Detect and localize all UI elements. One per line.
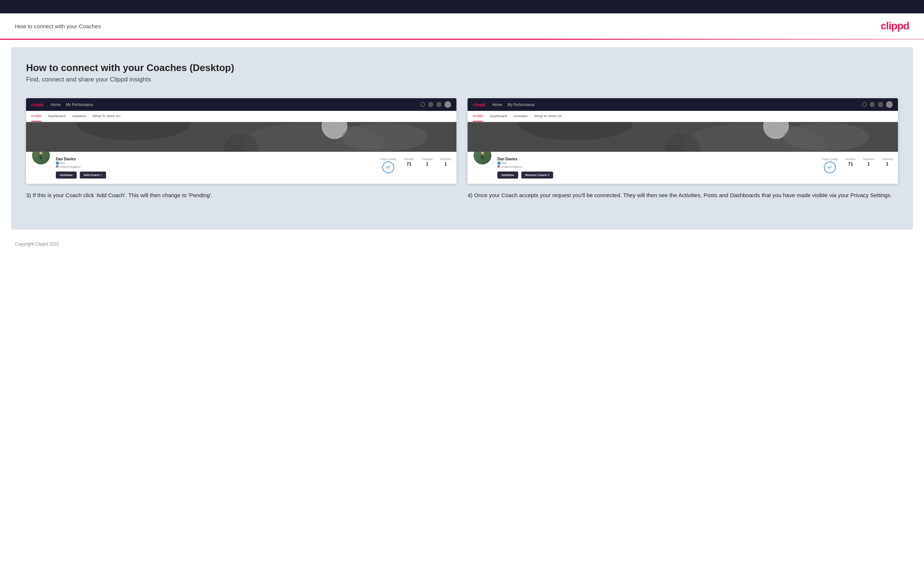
mock-stat-following-right: Following 1 — [882, 158, 893, 167]
mock-profile-left: Dan Davies Pro United Kingdom Unfollow A… — [26, 152, 456, 184]
avatar-icon-left[interactable] — [444, 101, 451, 108]
page-heading: How to connect with your Coaches (Deskto… — [26, 62, 898, 74]
following-label-left: Following — [440, 158, 451, 160]
settings-icon-right[interactable] — [878, 102, 883, 107]
mock-hero-left — [26, 122, 456, 152]
mock-stats-right: Player Quality 97 Activities 71 Follower… — [822, 155, 893, 173]
remove-coach-button-right[interactable]: Remove Coach × — [521, 171, 554, 179]
mock-buttons-right: Unfollow Remove Coach × — [498, 171, 816, 179]
mock-nav-links-left: Home My Performance — [51, 103, 93, 107]
mock-profile-tag-left: Pro — [56, 161, 375, 165]
location-icon-left — [56, 165, 58, 168]
followers-label-left: Followers — [422, 158, 433, 160]
mock-hero-right — [468, 122, 898, 152]
tab-activities-left[interactable]: Activities — [72, 111, 86, 122]
location-icon-right — [498, 165, 500, 168]
svg-point-12 — [783, 122, 869, 151]
svg-point-13 — [481, 152, 484, 155]
mock-profile-location-right: United Kingdom — [498, 165, 816, 169]
mock-nav-home-right[interactable]: Home — [492, 103, 502, 107]
following-label-right: Following — [882, 158, 893, 160]
mock-profile-name-left: Dan Davies — [56, 157, 375, 161]
copyright-text: Copyright Clippd 2022 — [15, 242, 59, 247]
golf-course-svg-right — [468, 122, 898, 152]
screenshot-col-left: clippd Home My Performance Profile — [26, 98, 456, 200]
tab-what-to-work-on-right[interactable]: What To Work On — [534, 111, 562, 122]
unfollow-button-right[interactable]: Unfollow — [498, 171, 518, 179]
following-value-right: 1 — [882, 161, 893, 167]
activities-label-left: Activities — [404, 158, 414, 160]
mock-browser-right: clippd Home My Performance Profile — [468, 98, 898, 184]
mock-nav-right: clippd Home My Performance — [468, 98, 898, 111]
mock-logo-left: clippd — [31, 102, 43, 107]
mock-nav-links-right: Home My Performance — [492, 103, 535, 107]
followers-value-left: 1 — [422, 161, 433, 167]
quality-label-left: Player Quality — [380, 158, 396, 160]
step4-description: 4) Once your Coach accepts your request … — [468, 191, 898, 200]
verified-badge-left — [56, 161, 59, 165]
mock-profile-info-left: Dan Davies Pro United Kingdom Unfollow A… — [56, 155, 375, 179]
mock-tabs-left: Profile Dashboard Activities What To Wor… — [26, 111, 456, 122]
mock-hero-overlay-right — [468, 122, 898, 152]
mock-nav-home-left[interactable]: Home — [51, 103, 61, 107]
activities-value-left: 71 — [404, 161, 414, 167]
svg-point-6 — [39, 152, 42, 155]
mock-nav-performance-left[interactable]: My Performance — [66, 103, 93, 107]
user-icon-left[interactable] — [428, 102, 433, 107]
search-icon-right[interactable] — [862, 102, 867, 107]
activities-label-right: Activities — [845, 158, 856, 160]
screenshot-col-right: clippd Home My Performance Profile — [468, 98, 898, 200]
tab-activities-right[interactable]: Activities — [514, 111, 527, 122]
mock-stat-quality-right: Player Quality 97 — [822, 158, 838, 173]
mock-stats-left: Player Quality 97 Activities 71 Follower… — [380, 155, 451, 173]
mock-nav-icons-right — [862, 101, 893, 108]
verified-badge-right — [498, 161, 501, 165]
search-icon-left[interactable] — [421, 102, 425, 107]
mock-nav-performance-right[interactable]: My Performance — [507, 103, 535, 107]
quality-label-right: Player Quality — [822, 158, 838, 160]
mock-logo-right: clippd — [473, 102, 485, 107]
mock-stat-followers-right: Followers 1 — [863, 158, 874, 167]
mock-profile-right: Dan Davies Pro United Kingdom Unfollow R… — [468, 152, 898, 184]
quality-circle-left: 97 — [382, 161, 394, 173]
mock-nav-left: clippd Home My Performance — [26, 98, 456, 111]
tab-profile-left[interactable]: Profile — [31, 111, 41, 122]
avatar-icon-right[interactable] — [886, 101, 893, 108]
tab-dashboard-right[interactable]: Dashboard — [489, 111, 507, 122]
mock-hero-overlay-left — [26, 122, 456, 152]
header-title: How to connect with your Coaches — [15, 23, 101, 29]
unfollow-button-left[interactable]: Unfollow — [56, 171, 77, 179]
mock-tabs-right: Profile Dashboard Activities What To Wor… — [468, 111, 898, 122]
followers-value-right: 1 — [863, 161, 874, 167]
golf-course-svg-left — [26, 122, 456, 152]
mock-stat-following-left: Following 1 — [440, 158, 451, 167]
mock-stat-quality-left: Player Quality 97 — [380, 158, 396, 173]
quality-circle-right: 97 — [824, 161, 836, 173]
header: How to connect with your Coaches clippd — [0, 13, 924, 39]
mock-stat-activities-left: Activities 71 — [404, 158, 414, 167]
mock-buttons-left: Unfollow Add Coach + — [56, 171, 375, 179]
svg-point-5 — [342, 122, 428, 151]
top-bar — [0, 0, 924, 13]
logo: clippd — [881, 20, 909, 32]
followers-label-right: Followers — [863, 158, 874, 160]
activities-value-right: 71 — [845, 161, 856, 167]
add-coach-button-left[interactable]: Add Coach + — [80, 171, 106, 179]
mock-stat-activities-right: Activities 71 — [845, 158, 856, 167]
tab-what-to-work-on-left[interactable]: What To Work On — [93, 111, 121, 122]
mock-profile-tag-right: Pro — [498, 161, 816, 165]
footer: Copyright Clippd 2022 — [0, 237, 924, 251]
header-divider — [0, 39, 924, 40]
mock-stat-followers-left: Followers 1 — [422, 158, 433, 167]
mock-profile-info-right: Dan Davies Pro United Kingdom Unfollow R… — [498, 155, 816, 179]
settings-icon-left[interactable] — [436, 102, 441, 107]
tab-profile-right[interactable]: Profile — [473, 111, 483, 122]
user-icon-right[interactable] — [870, 102, 875, 107]
mock-profile-name-right: Dan Davies — [498, 157, 816, 161]
following-value-left: 1 — [440, 161, 451, 167]
mock-profile-location-left: United Kingdom — [56, 165, 375, 169]
tab-dashboard-left[interactable]: Dashboard — [48, 111, 65, 122]
screenshots-row: clippd Home My Performance Profile — [26, 98, 898, 200]
main-content: How to connect with your Coaches (Deskto… — [11, 47, 913, 229]
mock-nav-icons-left — [421, 101, 451, 108]
